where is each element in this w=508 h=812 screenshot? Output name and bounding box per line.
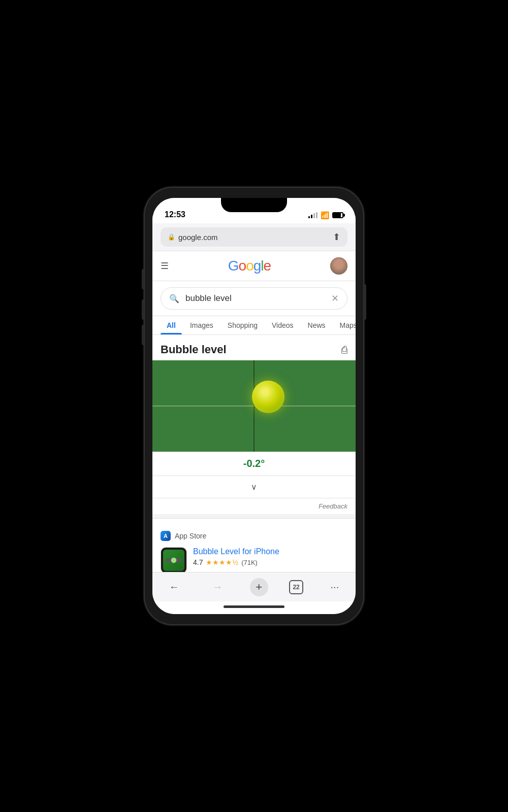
phone-frame: 12:53 📶 🔒 google.com ⬆ bbox=[145, 188, 363, 624]
app-rating-row: 4.7 ★★★★½ (71K) bbox=[193, 558, 347, 566]
wifi-icon: 📶 bbox=[321, 211, 329, 219]
back-icon: ← bbox=[169, 581, 179, 593]
forward-icon: → bbox=[212, 581, 223, 593]
app-title-col: Bubble Level for iPhone 4.7 ★★★★½ (71K) bbox=[193, 547, 347, 572]
google-logo: Google bbox=[228, 258, 271, 274]
forward-button[interactable]: → bbox=[206, 579, 229, 595]
expand-row[interactable]: ∨ bbox=[152, 476, 356, 498]
notch bbox=[221, 198, 287, 212]
tab-images[interactable]: Images bbox=[184, 316, 219, 334]
app-stars: ★★★★½ bbox=[206, 558, 238, 566]
avatar[interactable] bbox=[330, 257, 347, 275]
status-icons: 📶 bbox=[308, 211, 343, 219]
tab-count-button[interactable]: 22 bbox=[289, 580, 303, 594]
back-button[interactable]: ← bbox=[163, 579, 185, 595]
featured-header: Bubble level ⎙ bbox=[152, 335, 356, 360]
app-icon-image bbox=[161, 548, 186, 572]
tab-news[interactable]: News bbox=[302, 316, 332, 334]
bubble-indicator bbox=[252, 381, 284, 413]
tab-videos[interactable]: Videos bbox=[266, 316, 300, 334]
url-display: google.com bbox=[178, 233, 218, 242]
tab-all[interactable]: All bbox=[161, 316, 182, 334]
search-tabs: All Images Shopping Videos News Maps B bbox=[152, 316, 356, 335]
tab-maps[interactable]: Maps bbox=[334, 316, 356, 334]
clear-search-icon[interactable]: ✕ bbox=[331, 293, 339, 304]
app-store-label: A App Store bbox=[161, 531, 347, 541]
google-header: ☰ Google bbox=[152, 251, 356, 281]
app-info-row: Bubble Level for iPhone 4.7 ★★★★½ (71K) bbox=[161, 547, 347, 572]
browser-bar: 🔒 google.com ⬆ bbox=[152, 223, 356, 251]
more-menu-button[interactable]: ··· bbox=[325, 579, 345, 595]
feedback-label[interactable]: Feedback bbox=[319, 502, 347, 510]
app-store-badge-icon: A bbox=[161, 531, 171, 541]
signal-icon bbox=[308, 212, 318, 218]
app-name-link[interactable]: Bubble Level for iPhone bbox=[193, 547, 347, 556]
plus-icon: + bbox=[256, 581, 262, 594]
home-bar bbox=[224, 605, 284, 608]
app-rating-number: 4.7 bbox=[193, 558, 203, 566]
search-input-wrap[interactable]: 🔍 bubble level ✕ bbox=[161, 287, 347, 310]
chevron-down-icon: ∨ bbox=[251, 483, 257, 491]
url-text: 🔒 google.com bbox=[168, 233, 218, 242]
tab-shopping[interactable]: Shopping bbox=[221, 316, 264, 334]
feedback-row: Feedback bbox=[152, 498, 356, 518]
search-query-text: bubble level bbox=[185, 293, 325, 303]
share-icon[interactable]: ⎙ bbox=[341, 344, 347, 356]
phone-screen: 12:53 📶 🔒 google.com ⬆ bbox=[152, 198, 356, 614]
status-bar: 12:53 📶 bbox=[152, 198, 356, 223]
tab-count-label: 22 bbox=[293, 584, 299, 591]
search-icon: 🔍 bbox=[169, 294, 179, 303]
battery-icon bbox=[332, 212, 343, 218]
new-tab-button[interactable]: + bbox=[250, 578, 268, 596]
app-review-count: (71K) bbox=[241, 559, 258, 566]
hamburger-menu-icon[interactable]: ☰ bbox=[161, 260, 169, 272]
svg-point-2 bbox=[173, 559, 175, 561]
more-icon: ··· bbox=[331, 581, 339, 593]
featured-title: Bubble level bbox=[161, 343, 227, 356]
app-icon-green-bg bbox=[163, 550, 184, 571]
url-bar[interactable]: 🔒 google.com ⬆ bbox=[161, 227, 347, 247]
browser-bottom-bar: ← → + 22 ··· bbox=[152, 572, 356, 601]
bubble-level-widget[interactable] bbox=[152, 360, 356, 452]
app-result: A App Store bbox=[152, 523, 356, 572]
app-store-source: App Store bbox=[175, 532, 206, 540]
search-bar: 🔍 bubble level ✕ bbox=[152, 281, 356, 316]
browser-share-button[interactable]: ⬆ bbox=[333, 231, 340, 243]
lock-icon: 🔒 bbox=[168, 233, 175, 241]
featured-result: Bubble level ⎙ -0.2° ∨ Feedback bbox=[152, 335, 356, 519]
home-indicator bbox=[152, 601, 356, 614]
browser-content[interactable]: ☰ Google 🔍 bubble level ✕ bbox=[152, 251, 356, 572]
bubble-reading: -0.2° bbox=[152, 452, 356, 476]
status-time: 12:53 bbox=[165, 210, 185, 219]
app-icon bbox=[161, 547, 187, 572]
